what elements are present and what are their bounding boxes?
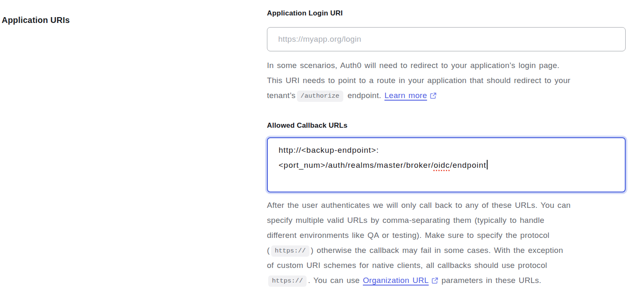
allowed-callback-urls-textarea[interactable]: http://<backup-endpoint>: <port_num>/aut… (267, 137, 626, 192)
help-line: After the user authenticates we will onl… (267, 201, 571, 210)
help-line: of custom URI schemes for native clients… (267, 261, 547, 270)
organization-url-link[interactable]: Organization URL (363, 276, 438, 285)
application-login-uri-input[interactable] (267, 27, 626, 51)
external-link-icon (430, 89, 437, 104)
help-line: parameters in these URLs. (438, 276, 541, 285)
help-line: endpoint. (345, 91, 385, 100)
allowed-callback-urls-help: After the user authenticates we will onl… (267, 198, 642, 289)
allowed-callback-urls-label: Allowed Callback URLs (267, 121, 347, 130)
section-title: Application URIs (2, 15, 70, 25)
callback-url-text: <port_num>/auth/realms/master/broker/ (279, 161, 434, 169)
application-login-uri-label: Application Login URI (267, 9, 343, 18)
help-line: different environments like QA or testin… (267, 231, 549, 240)
callback-url-line-2: <port_num>/auth/realms/master/broker/oid… (279, 158, 614, 173)
learn-more-link-label: Learn more (385, 91, 427, 100)
callback-url-text: /endpoint (450, 161, 486, 169)
help-line: . You can use (308, 276, 363, 285)
help-line: tenant’s (267, 91, 296, 100)
organization-url-link-label: Organization URL (363, 276, 429, 285)
learn-more-link[interactable]: Learn more (385, 91, 437, 100)
external-link-icon (431, 274, 438, 289)
help-line: ( (267, 246, 270, 255)
text-caret (487, 160, 488, 169)
help-line: ) otherwise the callback may fail in som… (311, 246, 563, 255)
help-line: In some scenarios, Auth0 will need to re… (267, 61, 559, 70)
callback-url-text: http://<backup-endpoint>: (279, 146, 379, 154)
application-login-uri-help: In some scenarios, Auth0 will need to re… (267, 58, 642, 104)
help-line: specify multiple valid URLs by comma-sep… (267, 216, 544, 225)
callback-url-line-1: http://<backup-endpoint>: (279, 143, 614, 158)
misspelled-word: oidc (434, 161, 450, 169)
authorize-code-chip: /authorize (297, 91, 343, 102)
help-line: This URI needs to point to a route in yo… (267, 76, 571, 85)
https-code-chip-1: https:// (271, 245, 309, 257)
https-code-chip-2: https:// (268, 275, 307, 287)
